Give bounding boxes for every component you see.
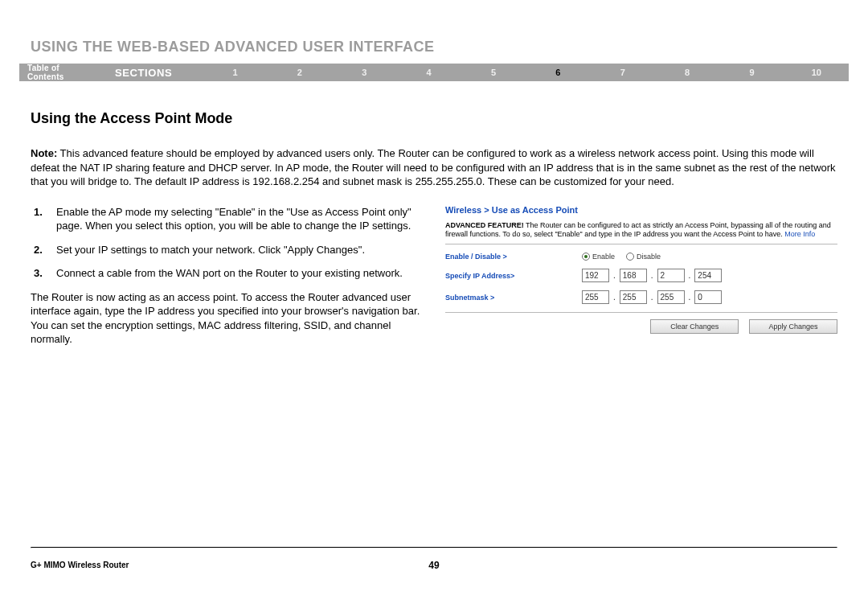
radio-icon <box>582 253 590 261</box>
ip-octet-3[interactable] <box>657 269 685 282</box>
section-title: Using the Access Point Mode <box>31 110 837 127</box>
section-link-2[interactable]: 2 <box>268 68 332 77</box>
step-item: Connect a cable from the WAN port on the… <box>31 266 424 281</box>
mask-octet-4[interactable] <box>694 290 722 304</box>
product-name: G+ MIMO Wireless Router <box>31 561 129 569</box>
ip-octet-1[interactable] <box>582 269 609 282</box>
section-navbar: Table of Contents SECTIONS 1 2 3 4 5 6 7… <box>19 64 849 81</box>
toc-link[interactable]: Table of Contents <box>27 64 97 81</box>
clear-changes-button[interactable]: Clear Changes <box>650 319 739 334</box>
section-link-10[interactable]: 10 <box>784 68 849 77</box>
note-paragraph: Note: This advanced feature should be em… <box>31 146 837 189</box>
advanced-feature-label: ADVANCED FEATURE! <box>445 221 524 229</box>
enable-disable-label: Enable / Disable > <box>445 253 582 261</box>
closing-paragraph: The Router is now acting as an access po… <box>31 290 424 347</box>
divider <box>445 244 837 244</box>
page-number: 49 <box>428 560 439 571</box>
section-link-1[interactable]: 1 <box>203 68 267 77</box>
disable-option-label: Disable <box>637 253 661 261</box>
more-info-link[interactable]: More Info <box>784 230 815 238</box>
apply-changes-button[interactable]: Apply Changes <box>749 319 837 334</box>
mask-octet-1[interactable] <box>582 290 609 304</box>
section-link-6[interactable]: 6 <box>526 68 590 77</box>
footer-rule <box>31 547 837 548</box>
ip-octet-2[interactable] <box>620 269 647 282</box>
section-link-8[interactable]: 8 <box>655 68 719 77</box>
section-link-9[interactable]: 9 <box>719 68 784 77</box>
step-item: Set your IP settings to match your netwo… <box>31 243 424 257</box>
chapter-title: USING THE WEB-BASED ADVANCED USER INTERF… <box>31 39 849 55</box>
note-body: This advanced feature should be employed… <box>31 147 836 187</box>
dot-icon: . <box>613 271 616 280</box>
page-footer: G+ MIMO Wireless Router 49 <box>31 561 837 569</box>
ip-octet-4[interactable] <box>694 269 722 282</box>
dot-icon: . <box>689 271 691 280</box>
section-link-5[interactable]: 5 <box>461 68 526 77</box>
dot-icon: . <box>689 293 691 302</box>
mask-octet-3[interactable] <box>657 290 685 304</box>
dot-icon: . <box>651 271 653 280</box>
breadcrumb: Wireless > Use as Access Point <box>445 205 837 215</box>
enable-radio[interactable]: Enable <box>582 253 615 261</box>
left-column: Enable the AP mode my selecting "Enable"… <box>31 205 424 347</box>
dot-icon: . <box>651 293 653 302</box>
note-label: Note: <box>31 147 57 159</box>
subnetmask-label: Subnetmask > <box>445 294 582 302</box>
mask-octet-2[interactable] <box>620 290 647 304</box>
advanced-feature-text: ADVANCED FEATURE! The Router can be conf… <box>445 221 837 240</box>
section-link-3[interactable]: 3 <box>332 68 396 77</box>
section-link-4[interactable]: 4 <box>396 68 461 77</box>
enable-option-label: Enable <box>592 253 615 261</box>
sections-label: SECTIONS <box>115 67 172 79</box>
step-item: Enable the AP mode my selecting "Enable"… <box>31 205 424 233</box>
dot-icon: . <box>613 293 616 302</box>
router-ui-screenshot: Wireless > Use as Access Point ADVANCED … <box>445 205 837 335</box>
radio-icon <box>626 253 634 261</box>
disable-radio[interactable]: Disable <box>626 253 661 261</box>
steps-list: Enable the AP mode my selecting "Enable"… <box>31 205 424 281</box>
ip-address-label: Specify IP Address> <box>445 272 582 280</box>
section-link-7[interactable]: 7 <box>591 68 655 77</box>
